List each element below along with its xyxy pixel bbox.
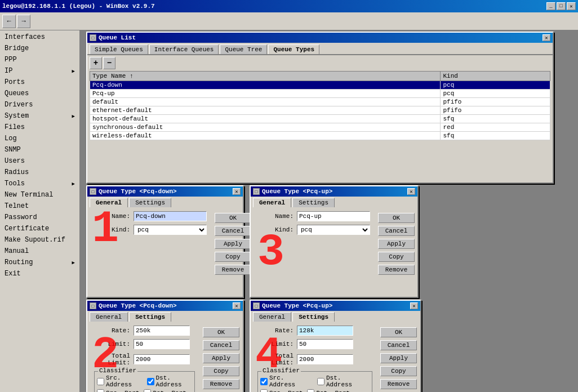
dialog4-src-port-check[interactable] — [260, 389, 268, 392]
dialog2-close[interactable]: ✕ — [233, 302, 241, 309]
dialog2-remove-btn[interactable]: Remove — [203, 379, 239, 389]
table-row[interactable]: hotspot-defaultsfq — [90, 115, 550, 123]
sidebar-item-certificate[interactable]: Certificate — [0, 223, 79, 234]
dialog3-name-input[interactable] — [297, 211, 370, 221]
close-btn[interactable]: ✕ — [567, 2, 576, 10]
table-row[interactable]: ethernet-defaultpfifo — [90, 106, 550, 115]
dialog4-copy-btn[interactable]: Copy — [380, 366, 417, 376]
tab-queue-types[interactable]: Queue Types — [268, 44, 319, 54]
add-button[interactable]: + — [90, 57, 102, 69]
sidebar-item-ip[interactable]: IP — [0, 65, 79, 77]
dialog2-src-addr-check[interactable] — [97, 378, 104, 385]
dialog2-dst-port-check[interactable] — [144, 389, 151, 392]
col-kind[interactable]: Kind — [441, 72, 550, 81]
dialog4-src-addr-check[interactable] — [260, 378, 268, 385]
sidebar-item-system[interactable]: System — [0, 110, 79, 122]
dialog4-dst-addr-check[interactable] — [317, 378, 324, 385]
dialog1-name-group: Name: — [90, 210, 211, 223]
dialog4-dst-port-check[interactable] — [307, 389, 314, 392]
dialog4-remove-btn[interactable]: Remove — [380, 379, 417, 389]
dialog4-cancel-btn[interactable]: Cancel — [380, 340, 417, 350]
dialog2-cancel-btn[interactable]: Cancel — [203, 340, 239, 350]
cell-kind: pcq — [441, 81, 550, 90]
dialog4-ok-btn[interactable]: OK — [380, 327, 417, 337]
dialog1-kind-select[interactable]: pcq — [134, 225, 207, 235]
dialog4-rate-input[interactable] — [297, 326, 353, 336]
dialog3-cancel-btn[interactable]: Cancel — [378, 226, 415, 236]
dialog3-title: Queue Type <Pcq-up> — [262, 188, 407, 195]
sidebar-item-new_terminal[interactable]: New Terminal — [0, 189, 79, 201]
tab-simple-queues[interactable]: Simple Queues — [90, 44, 148, 54]
dialog2-apply-btn[interactable]: Apply — [203, 353, 239, 363]
dialog2-copy-btn[interactable]: Copy — [203, 366, 239, 376]
sidebar-item-exit[interactable]: Exit — [0, 268, 79, 279]
col-type-name[interactable]: Type Name ↑ — [90, 72, 441, 81]
sidebar-item-routing[interactable]: Routing — [0, 257, 79, 268]
dialog4-total-limit-input[interactable] — [297, 354, 353, 364]
dialog4-apply-btn[interactable]: Apply — [380, 353, 417, 363]
dialog4-src-port-item: Src. Port — [260, 389, 303, 392]
dialog4-tab-general[interactable]: General — [253, 312, 291, 322]
sidebar-item-ppp[interactable]: PPP — [0, 54, 79, 65]
dialog2-dst-addr-check[interactable] — [147, 378, 154, 385]
dialog1-apply-btn[interactable]: Apply — [215, 239, 251, 249]
dialog1-copy-btn[interactable]: Copy — [215, 252, 251, 262]
dialog2-ok-btn[interactable]: OK — [203, 327, 239, 337]
sidebar-item-manual[interactable]: Manual — [0, 246, 79, 257]
dialog2-tab-general[interactable]: General — [90, 312, 128, 322]
sidebar-item-make_supout.rif[interactable]: Make Supout.rif — [0, 234, 79, 246]
dialog3-tab-general[interactable]: General — [253, 198, 291, 207]
queue-list-close[interactable]: ✕ — [543, 34, 550, 41]
dialog1-name-input[interactable] — [134, 211, 207, 221]
back-button[interactable]: ← — [2, 15, 16, 28]
table-row[interactable]: synchronous-defaultred — [90, 123, 550, 132]
dialog4-rate-label: Rate: — [257, 327, 297, 334]
sidebar-item-interfaces[interactable]: Interfaces — [0, 32, 79, 43]
maximize-btn[interactable]: □ — [557, 2, 566, 10]
dialog4-icon: □ — [253, 302, 260, 309]
table-row[interactable]: wireless-defaultsfq — [90, 132, 550, 140]
dialog2-src-port-check[interactable] — [97, 389, 104, 392]
minimize-btn[interactable]: _ — [546, 2, 555, 10]
dialog1-cancel-btn[interactable]: Cancel — [215, 226, 251, 236]
sidebar-item-queues[interactable]: Queues — [0, 88, 79, 99]
dialog4-limit-input[interactable] — [297, 339, 353, 349]
sidebar-item-password[interactable]: Password — [0, 212, 79, 223]
dialog3-tab-settings[interactable]: Settings — [292, 198, 335, 207]
dialog3-name-group: Name: — [253, 210, 375, 223]
dialog1-tab-general[interactable]: General — [90, 198, 128, 207]
dialog1-tab-settings[interactable]: Settings — [129, 198, 171, 207]
table-row[interactable]: Pcq-uppcq — [90, 90, 550, 98]
forward-button[interactable]: → — [17, 15, 30, 28]
dialog3-ok-btn[interactable]: OK — [378, 213, 415, 223]
dialog1-close[interactable]: ✕ — [233, 188, 241, 195]
sidebar-item-bridge[interactable]: Bridge — [0, 43, 79, 54]
dialog2-rate-input[interactable] — [134, 326, 190, 336]
sidebar-item-telnet[interactable]: Telnet — [0, 201, 79, 212]
sidebar-item-tools[interactable]: Tools — [0, 178, 79, 189]
dialog2-total-limit-input[interactable] — [134, 354, 190, 364]
tab-interface-queues[interactable]: Interface Queues — [149, 44, 219, 54]
dialog2-tab-settings[interactable]: Settings — [129, 312, 171, 322]
dialog3-close[interactable]: ✕ — [407, 188, 415, 195]
sidebar-item-users[interactable]: Users — [0, 155, 79, 167]
sidebar-item-radius[interactable]: Radius — [0, 167, 79, 178]
dialog3-kind-select[interactable]: pcq — [297, 225, 370, 235]
sidebar-item-drivers[interactable]: Drivers — [0, 99, 79, 110]
dialog4-close[interactable]: ✕ — [410, 302, 418, 309]
sidebar-item-ports[interactable]: Ports — [0, 77, 79, 88]
dialog4-tab-settings[interactable]: Settings — [292, 312, 335, 322]
dialog1-ok-btn[interactable]: OK — [215, 213, 251, 223]
sidebar-item-files[interactable]: Files — [0, 122, 79, 133]
table-row[interactable]: defaultpfifo — [90, 98, 550, 106]
dialog2-limit-input[interactable] — [134, 339, 190, 349]
tab-queue-tree[interactable]: Queue Tree — [220, 44, 267, 54]
dialog3-apply-btn[interactable]: Apply — [378, 239, 415, 249]
table-row[interactable]: Pcq-downpcq — [90, 81, 550, 90]
sidebar-item-snmp[interactable]: SNMP — [0, 144, 79, 155]
sidebar-item-log[interactable]: Log — [0, 133, 79, 144]
dialog3-copy-btn[interactable]: Copy — [378, 252, 415, 262]
dialog1-remove-btn[interactable]: Remove — [215, 265, 251, 275]
remove-button[interactable]: − — [103, 57, 115, 69]
dialog3-remove-btn[interactable]: Remove — [378, 265, 415, 275]
